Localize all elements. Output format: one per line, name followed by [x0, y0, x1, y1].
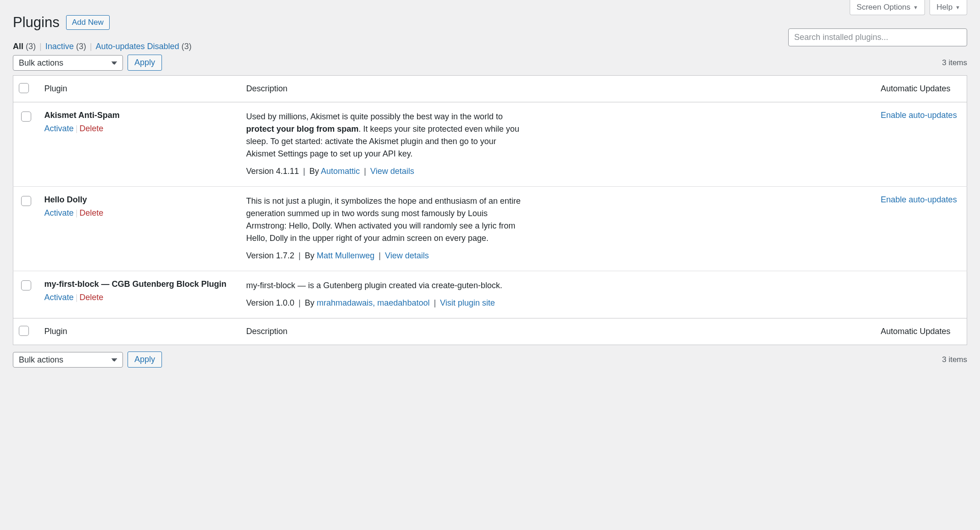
screen-options-label: Screen Options [857, 3, 910, 12]
screen-options-button[interactable]: Screen Options ▼ [850, 0, 925, 15]
enable-auto-updates-link[interactable]: Enable auto-updates [881, 111, 957, 120]
page-title: Plugins [13, 14, 60, 31]
plugin-details-link[interactable]: View details [370, 167, 414, 176]
select-all-top-checkbox[interactable] [19, 83, 29, 93]
filter-inactive-link[interactable]: Inactive [45, 42, 74, 51]
delete-link[interactable]: Delete [79, 293, 103, 302]
plugin-version: Version 1.0.0 [246, 298, 295, 307]
items-count-bottom: 3 items [942, 355, 967, 364]
apply-button-bottom[interactable]: Apply [128, 351, 162, 368]
activate-link[interactable]: Activate [45, 208, 74, 218]
filter-auto-disabled-count: (3) [182, 42, 192, 51]
row-checkbox[interactable] [21, 112, 31, 122]
plugin-version: Version 4.1.11 [246, 167, 299, 176]
plugin-description: Used by millions, Akismet is quite possi… [246, 111, 526, 160]
column-plugin-footer: Plugin [39, 318, 241, 345]
add-new-button[interactable]: Add New [66, 15, 110, 30]
plugin-author-link[interactable]: Automattic [321, 167, 360, 176]
filter-all-count: (3) [26, 42, 36, 51]
plugin-details-link[interactable]: Visit plugin site [440, 298, 495, 307]
plugin-meta: Version 1.7.2 | By Matt Mullenweg | View… [246, 251, 870, 261]
help-label: Help [936, 3, 952, 12]
help-button[interactable]: Help ▼ [930, 0, 967, 15]
items-count-top: 3 items [942, 58, 967, 67]
activate-link[interactable]: Activate [45, 293, 74, 302]
chevron-down-icon: ▼ [913, 5, 918, 10]
column-description-header: Description [241, 76, 875, 102]
column-auto-updates-footer: Automatic Updates [875, 318, 967, 345]
bulk-actions-select-bottom[interactable]: Bulk actions [13, 352, 123, 368]
plugin-name: Akismet Anti-Spam [45, 111, 235, 120]
delete-link[interactable]: Delete [79, 208, 103, 218]
plugin-name: Hello Dolly [45, 195, 235, 205]
plugin-meta: Version 4.1.11 | By Automattic | View de… [246, 167, 870, 176]
delete-link[interactable]: Delete [79, 124, 103, 133]
apply-button-top[interactable]: Apply [128, 55, 162, 71]
plugin-name: my-first-block — CGB Gutenberg Block Plu… [45, 279, 235, 289]
table-row: Akismet Anti-SpamActivate|DeleteUsed by … [13, 102, 967, 187]
select-all-bottom-checkbox[interactable] [19, 326, 29, 336]
plugin-description: my-first-block — is a Gutenberg plugin c… [246, 279, 526, 292]
chevron-down-icon: ▼ [955, 5, 960, 10]
table-row: my-first-block — CGB Gutenberg Block Plu… [13, 271, 967, 318]
filter-inactive-count: (3) [76, 42, 86, 51]
plugin-author-link[interactable]: Matt Mullenweg [317, 251, 374, 260]
plugin-version: Version 1.7.2 [246, 251, 295, 260]
row-checkbox[interactable] [21, 196, 31, 206]
column-plugin-header: Plugin [39, 76, 241, 102]
column-description-footer: Description [241, 318, 875, 345]
plugin-details-link[interactable]: View details [385, 251, 429, 260]
bulk-actions-select[interactable]: Bulk actions [13, 55, 123, 71]
plugins-table: Plugin Description Automatic Updates Aki… [13, 75, 967, 345]
plugin-description: This is not just a plugin, it symbolizes… [246, 195, 526, 245]
activate-link[interactable]: Activate [45, 124, 74, 133]
table-row: Hello DollyActivate|DeleteThis is not ju… [13, 187, 967, 271]
filter-all-link[interactable]: All [13, 42, 23, 51]
row-checkbox[interactable] [21, 280, 31, 290]
plugin-meta: Version 1.0.0 | By mrahmadawais, maedahb… [246, 298, 870, 308]
column-auto-updates-header: Automatic Updates [875, 76, 967, 102]
plugin-author-link[interactable]: mrahmadawais, maedahbatool [317, 298, 429, 307]
search-input[interactable] [788, 28, 967, 46]
filter-auto-disabled-link[interactable]: Auto-updates Disabled [95, 42, 179, 51]
enable-auto-updates-link[interactable]: Enable auto-updates [881, 195, 957, 204]
